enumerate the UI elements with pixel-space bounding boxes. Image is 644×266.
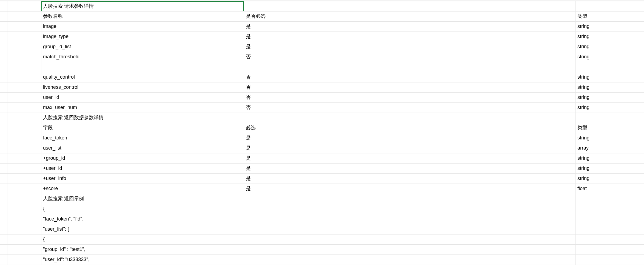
cell[interactable]: string xyxy=(576,32,644,42)
cell[interactable] xyxy=(7,103,41,113)
row-gutter[interactable] xyxy=(0,82,7,93)
cell[interactable]: 否 xyxy=(244,82,576,93)
cell[interactable]: string xyxy=(576,52,644,62)
cell[interactable]: { xyxy=(41,204,244,214)
cell[interactable] xyxy=(41,62,244,72)
cell[interactable] xyxy=(7,113,41,123)
cell[interactable] xyxy=(7,174,41,184)
cell[interactable] xyxy=(576,255,644,265)
cell[interactable]: 否 xyxy=(244,103,576,113)
active-cell[interactable]: 人脸搜索 请求参数详情 xyxy=(41,1,244,12)
cell[interactable] xyxy=(576,245,644,255)
cell[interactable] xyxy=(576,113,644,123)
cell[interactable]: float xyxy=(576,184,644,194)
cell[interactable] xyxy=(576,62,644,72)
row-gutter[interactable] xyxy=(0,153,7,164)
cell[interactable]: string xyxy=(576,82,644,93)
cell[interactable]: 是 xyxy=(244,164,576,174)
cell[interactable] xyxy=(7,22,41,32)
row-gutter[interactable] xyxy=(0,164,7,174)
cell[interactable]: liveness_control xyxy=(41,82,244,93)
row-gutter[interactable] xyxy=(0,1,7,12)
cell[interactable]: 是 xyxy=(244,133,576,143)
cell[interactable]: +user_info xyxy=(41,174,244,184)
cell[interactable]: 类型 xyxy=(576,12,644,22)
cell[interactable] xyxy=(576,234,644,245)
cell[interactable] xyxy=(7,82,41,93)
cell[interactable] xyxy=(7,255,41,265)
cell[interactable]: +user_id xyxy=(41,164,244,174)
row-gutter[interactable] xyxy=(0,123,7,133)
cell[interactable]: user_list xyxy=(41,143,244,153)
cell[interactable]: 是 xyxy=(244,184,576,194)
cell[interactable] xyxy=(576,224,644,234)
cell[interactable] xyxy=(7,164,41,174)
cell[interactable]: string xyxy=(576,42,644,52)
row-gutter[interactable] xyxy=(0,52,7,62)
cell[interactable]: "group_id" : "test1", xyxy=(41,245,244,255)
cell[interactable]: face_token xyxy=(41,133,244,143)
cell[interactable]: 是 xyxy=(244,174,576,184)
row-gutter[interactable] xyxy=(0,22,7,32)
cell[interactable]: 人脸搜索 返回示例 xyxy=(41,194,244,204)
cell[interactable]: string xyxy=(576,174,644,184)
cell[interactable]: quality_control xyxy=(41,72,244,82)
cell[interactable] xyxy=(7,12,41,22)
cell[interactable] xyxy=(576,214,644,224)
cell[interactable] xyxy=(244,62,576,72)
cell[interactable] xyxy=(244,255,576,265)
cell[interactable]: 是 xyxy=(244,32,576,42)
cell[interactable]: max_user_num xyxy=(41,103,244,113)
row-gutter[interactable] xyxy=(0,42,7,52)
cell[interactable]: +score xyxy=(41,184,244,194)
row-gutter[interactable] xyxy=(0,184,7,194)
cell[interactable] xyxy=(7,72,41,82)
cell[interactable] xyxy=(7,204,41,214)
cell[interactable]: 否 xyxy=(244,52,576,62)
cell[interactable]: 是 xyxy=(244,153,576,164)
cell[interactable]: group_id_list xyxy=(41,42,244,52)
cell[interactable]: 否 xyxy=(244,93,576,103)
cell[interactable] xyxy=(244,113,576,123)
cell[interactable]: "user_list": [ xyxy=(41,224,244,234)
cell[interactable] xyxy=(7,62,41,72)
cell[interactable]: match_threshold xyxy=(41,52,244,62)
cell[interactable]: +group_id xyxy=(41,153,244,164)
cell[interactable]: 参数名称 xyxy=(41,12,244,22)
cell[interactable] xyxy=(7,224,41,234)
cell[interactable] xyxy=(244,224,576,234)
cell[interactable] xyxy=(7,93,41,103)
cell[interactable] xyxy=(7,123,41,133)
cell[interactable] xyxy=(7,1,41,12)
cell[interactable] xyxy=(244,1,576,12)
cell[interactable] xyxy=(576,204,644,214)
cell[interactable]: string xyxy=(576,133,644,143)
cell[interactable]: 是 xyxy=(244,143,576,153)
cell[interactable] xyxy=(7,194,41,204)
cell[interactable]: string xyxy=(576,22,644,32)
row-gutter[interactable] xyxy=(0,133,7,143)
cell[interactable]: 人脸搜索 返回数据参数详情 xyxy=(41,113,244,123)
cell[interactable] xyxy=(7,245,41,255)
row-gutter[interactable] xyxy=(0,214,7,224)
cell[interactable] xyxy=(7,234,41,245)
row-gutter[interactable] xyxy=(0,255,7,265)
row-gutter[interactable] xyxy=(0,234,7,245)
cell[interactable]: user_id xyxy=(41,93,244,103)
cell[interactable]: string xyxy=(576,153,644,164)
cell[interactable]: string xyxy=(576,93,644,103)
cell[interactable]: string xyxy=(576,72,644,82)
cell[interactable] xyxy=(244,204,576,214)
cell[interactable]: "user_id": "u333333", xyxy=(41,255,244,265)
cell[interactable]: 字段 xyxy=(41,123,244,133)
cell[interactable]: image_type xyxy=(41,32,244,42)
cell[interactable] xyxy=(7,184,41,194)
row-gutter[interactable] xyxy=(0,143,7,153)
cell[interactable] xyxy=(7,52,41,62)
cell[interactable] xyxy=(576,1,644,12)
row-gutter[interactable] xyxy=(0,224,7,234)
cell[interactable]: { xyxy=(41,234,244,245)
cell[interactable]: 类型 xyxy=(576,123,644,133)
cell[interactable] xyxy=(244,214,576,224)
cell[interactable] xyxy=(7,214,41,224)
